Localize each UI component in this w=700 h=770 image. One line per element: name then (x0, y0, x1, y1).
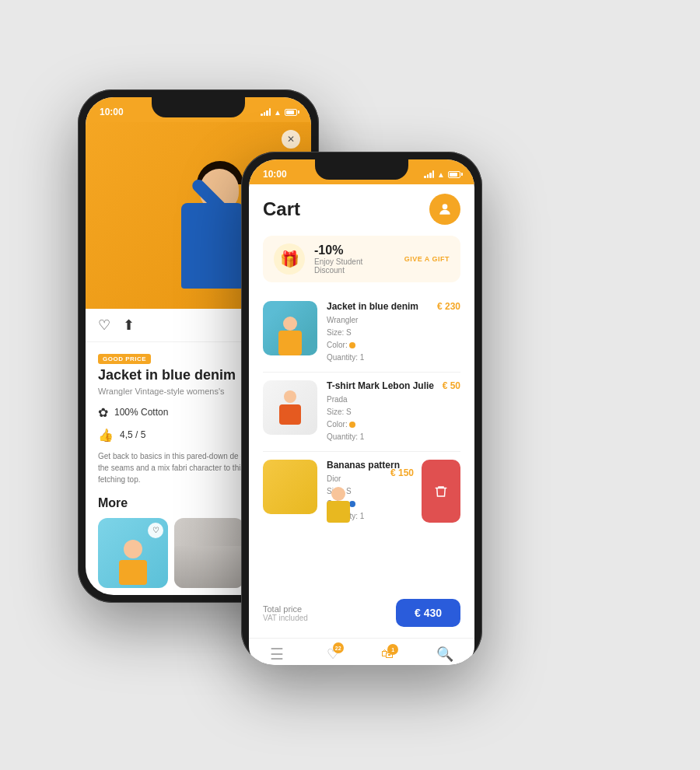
item-qty-1: 1 (360, 353, 365, 362)
right-time: 10:00 (263, 169, 287, 180)
item-brand-3: Dior (327, 474, 341, 483)
cart-item-3-row: Bananas pattern Dior Size: S Color: Quan… (263, 452, 460, 530)
item-meta-2: Prada Size: S Color: Quantity: 1 (327, 394, 460, 443)
more-heart-1[interactable]: ♡ (148, 523, 163, 538)
nav-bag-icon[interactable]: 🛍 1 (381, 647, 394, 661)
item-price-3: € 150 (390, 467, 414, 478)
cart-title: Cart (263, 198, 300, 220)
nav-wishlist-icon[interactable]: ♡ 22 (327, 646, 339, 663)
item-price-1: € 230 (437, 301, 460, 312)
heart-icon[interactable]: ♡ (98, 317, 110, 334)
item-qty-2: 1 (360, 432, 365, 441)
gift-icon: 🎁 (274, 243, 305, 275)
discount-percentage: -10% (314, 243, 395, 257)
discount-label: Enjoy Student Discount (314, 257, 395, 275)
left-time: 10:00 (100, 107, 124, 117)
phone-right: 10:00 ▲ Cart (241, 152, 482, 665)
wishlist-badge: 22 (333, 642, 344, 653)
vat-label: VAT included (263, 614, 308, 622)
svg-point-0 (443, 204, 448, 209)
right-phone-screen: 10:00 ▲ Cart (249, 159, 474, 665)
more-item-2[interactable] (174, 518, 244, 588)
right-wifi-icon: ▲ (437, 170, 445, 179)
wifi-icon: ▲ (274, 108, 282, 117)
scene: 10:00 ▲ (54, 43, 646, 727)
right-battery-icon (448, 171, 460, 178)
item-brand-2: Prada (327, 395, 348, 404)
left-status-icons: ▲ (261, 108, 297, 117)
nav-search-icon[interactable]: 🔍 (436, 646, 453, 663)
item-image-3 (263, 460, 317, 514)
nav-menu-icon[interactable]: ☰ (270, 645, 284, 663)
item-size-2: S (346, 408, 352, 416)
item-color-dot-2 (349, 422, 355, 428)
left-notch (152, 97, 245, 117)
item-details-2: T-shirt Mark Lebon Julie Prada Size: S C… (327, 380, 460, 443)
total-row: Total price VAT included € 430 (249, 591, 474, 632)
item-brand-1: Wrangler (327, 316, 358, 324)
rating-value: 4,5 / 5 (120, 429, 145, 440)
total-label: Total price (263, 604, 308, 614)
cart-item-2: T-shirt Mark Lebon Julie Prada Size: S C… (263, 373, 460, 452)
item-meta-1: Wrangler Size: S Color: Quantity: 1 (327, 314, 460, 364)
give-gift-link[interactable]: GIVE A GIFT (404, 255, 450, 263)
bag-badge: 1 (387, 644, 398, 655)
close-button[interactable]: ✕ (282, 130, 300, 149)
thumbs-up-icon: 👍 (98, 428, 114, 443)
item-img-orange-shirt (263, 380, 317, 435)
item-img-bananas (263, 460, 317, 514)
delete-button[interactable] (422, 460, 460, 523)
gift-emoji: 🎁 (280, 250, 299, 268)
cart-header: Cart (249, 184, 474, 231)
bottom-nav: ☰ ♡ 22 🛍 1 🔍 (249, 638, 474, 665)
more-figure-2 (174, 546, 244, 588)
share-icon[interactable]: ⬆ (123, 317, 135, 334)
more-item-1[interactable]: ♡ (98, 518, 168, 588)
item-image-1 (263, 301, 317, 355)
cart-items: Jacket in blue denim Wrangler Size: S Co… (249, 287, 474, 537)
checkout-button[interactable]: € 430 (396, 599, 460, 627)
feature-cotton: 100% Cotton (114, 407, 168, 418)
user-icon (437, 201, 453, 217)
item-name-2: T-shirt Mark Lebon Julie (327, 380, 460, 391)
cart-item-1: Jacket in blue denim Wrangler Size: S Co… (263, 293, 460, 373)
item-image-2 (263, 380, 317, 435)
item-size-1: S (346, 328, 352, 337)
signal-icon (261, 108, 271, 116)
right-status-icons: ▲ (424, 170, 460, 179)
battery-icon (285, 109, 297, 116)
right-signal-icon (424, 170, 434, 178)
item-qty-3: 1 (360, 512, 365, 520)
total-labels: Total price VAT included (263, 604, 308, 622)
item-img-yellow-jacket (263, 301, 317, 355)
avatar-button[interactable] (429, 194, 460, 225)
item-color-dot-3 (349, 501, 355, 507)
cotton-icon: ✿ (98, 405, 108, 420)
item-color-dot-1 (349, 342, 355, 348)
good-price-badge: GOOD PRICE (98, 354, 151, 364)
trash-icon (434, 485, 448, 499)
cart-footer: Total price VAT included € 430 ☰ ♡ 22 🛍 … (249, 591, 474, 665)
right-notch (315, 159, 408, 180)
discount-info: -10% Enjoy Student Discount (314, 243, 395, 275)
cart-item-3: Bananas pattern Dior Size: S Color: Quan… (263, 460, 414, 523)
discount-banner: 🎁 -10% Enjoy Student Discount GIVE A GIF… (263, 236, 460, 282)
item-price-2: € 50 (443, 380, 460, 391)
